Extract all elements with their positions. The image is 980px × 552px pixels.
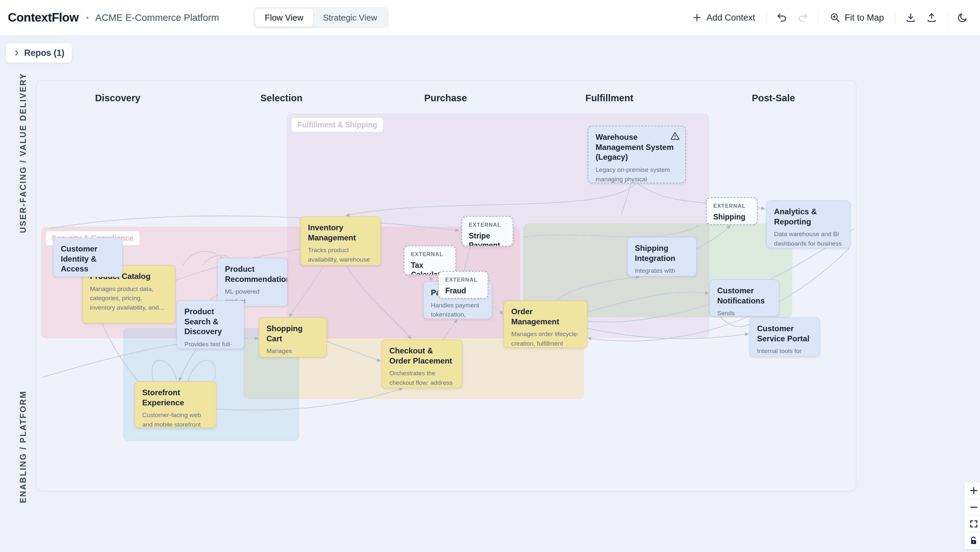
node-analytics-reporting[interactable]: Analytics & ReportingData warehouse and …: [767, 201, 850, 248]
warning-icon: [670, 131, 680, 141]
node-description: Data warehouse and BI dashboards for bus…: [774, 230, 843, 248]
node-order-management[interactable]: Order ManagementManages order lifecycle:…: [504, 300, 587, 348]
node-title: Shopping Cart: [266, 324, 319, 344]
node-title: Customer Identity & Access: [61, 244, 115, 274]
zone-label-fulfillment-shipping: Fulfillment & Shipping: [291, 118, 383, 132]
view-tab-group: Flow ViewStrategic View: [253, 7, 389, 28]
node-title: Shipping Integration: [635, 243, 689, 263]
node-title: Checkout & Order Placement: [389, 346, 455, 366]
node-title: Customer Notifications: [717, 286, 772, 306]
external-badge: EXTERNAL: [445, 277, 481, 283]
node-stripe-payment[interactable]: EXTERNALStripe PaymentExternal payment: [461, 216, 513, 246]
undo-icon: [776, 12, 788, 23]
node-customer-identity-access[interactable]: Customer Identity & AccessManages custom…: [53, 238, 123, 277]
node-shipping-integration[interactable]: Shipping IntegrationIntegrates with carr…: [627, 237, 697, 276]
node-title: Fraud: [445, 286, 481, 296]
node-description: Orchestrates the checkout flow: address …: [389, 369, 455, 388]
plus-icon: [691, 12, 703, 23]
node-description: Tracks product availability, warehouse s…: [308, 246, 373, 266]
zoom-in-button[interactable]: [964, 482, 980, 499]
node-shopping-cart[interactable]: Shopping CartManages ephemeral and persi…: [259, 317, 327, 357]
node-inventory-management[interactable]: Inventory ManagementTracks product avail…: [301, 217, 381, 266]
node-shipping-external[interactable]: EXTERNALShippingExternal shipping: [706, 197, 758, 225]
fullscreen-icon: [969, 519, 978, 528]
lane-label: ENABLING / PLATFORM: [18, 390, 28, 503]
upload-button[interactable]: [923, 9, 940, 27]
node-title: Product Recommendations: [225, 264, 280, 284]
node-product-recommendations[interactable]: Product RecommendationsML-powered produc…: [217, 258, 287, 306]
repos-panel-label: Repos (1): [24, 48, 64, 58]
plus-icon: [969, 486, 978, 495]
node-tax-calculation[interactable]: EXTERNALTax CalculationExternal SaaS for: [404, 246, 456, 275]
node-customer-service-portal[interactable]: Customer Service PortalInternal tools fo…: [749, 317, 820, 357]
lane-label: USER-FACING / VALUE DELIVERY: [18, 73, 28, 233]
theme-toggle-button[interactable]: [954, 9, 972, 27]
toolbar-divider: [947, 10, 947, 25]
node-warehouse-management-system[interactable]: Warehouse Management System (Legacy)Lega…: [588, 126, 686, 183]
repos-panel-toggle[interactable]: Repos (1): [6, 43, 72, 63]
external-badge: EXTERNAL: [469, 222, 506, 228]
download-button[interactable]: [902, 9, 920, 27]
node-description: External fraud: [445, 297, 481, 298]
node-title: Customer Service Portal: [757, 324, 812, 344]
node-title: Order Management: [511, 307, 580, 327]
zoom-search-icon: [830, 12, 841, 23]
node-title: Warehouse Management System (Legacy): [596, 132, 678, 162]
fit-to-map-button[interactable]: Fit to Map: [825, 9, 888, 27]
redo-icon: [797, 12, 808, 23]
node-description: Manages order lifecycle: creation, fulfi…: [511, 330, 580, 348]
upload-icon: [926, 12, 937, 23]
redo-button[interactable]: [794, 9, 811, 27]
node-title: Product Search & Discovery: [185, 307, 237, 337]
node-customer-notifications[interactable]: Customer NotificationsSends transactiona…: [710, 279, 779, 316]
title-separator: •: [86, 13, 89, 23]
node-description: Integrates with carrier APIs (UPS, FedEx…: [635, 266, 689, 276]
add-context-label: Add Context: [706, 13, 755, 23]
node-description: Provides fast full-text search, faceted …: [185, 340, 237, 349]
external-badge: EXTERNAL: [411, 252, 449, 257]
node-description: Manages ephemeral and persistent shoppin…: [266, 347, 319, 357]
column-label-purchase: Purchase: [424, 93, 467, 103]
node-title: Analytics & Reporting: [774, 207, 843, 227]
toggle-interactivity-button[interactable]: [964, 532, 980, 549]
node-title: Inventory Management: [308, 223, 373, 243]
canvas-controls: [964, 482, 980, 549]
zoom-out-button[interactable]: [964, 499, 980, 516]
add-context-button[interactable]: Add Context: [687, 9, 760, 27]
fit-view-button[interactable]: [964, 516, 980, 532]
fit-to-map-label: Fit to Map: [845, 13, 884, 23]
lock-icon: [969, 536, 978, 546]
toolbar-divider: [818, 10, 819, 25]
moon-icon: [957, 12, 968, 23]
column-label-discovery: Discovery: [95, 93, 140, 103]
tab-flow-view[interactable]: Flow View: [255, 9, 313, 27]
node-storefront-experience[interactable]: Storefront ExperienceCustomer-facing web…: [135, 382, 216, 428]
column-label-selection: Selection: [261, 93, 303, 103]
undo-button[interactable]: [773, 9, 791, 27]
node-description: Handles payment tokenization, authorizat…: [431, 301, 484, 319]
node-description: Internal tools for customer service reps…: [757, 347, 812, 357]
node-title: Storefront Experience: [142, 388, 209, 408]
node-description: Manages product data, categories, pricin…: [90, 284, 168, 312]
project-title: ACME E-Commerce Platform: [95, 13, 220, 23]
external-badge: EXTERNAL: [713, 203, 751, 209]
top-toolbar: ContextFlow • ACME E-Commerce Platform F…: [0, 0, 980, 36]
node-description: Legacy on-premise system managing physic…: [596, 165, 678, 183]
node-description: External shipping: [713, 224, 751, 225]
toolbar-actions: Add Context Fit to Map: [687, 0, 972, 35]
minus-icon: [969, 503, 978, 512]
node-title: Shipping: [713, 212, 751, 222]
app-logo: ContextFlow: [8, 11, 78, 24]
toolbar-divider: [766, 10, 767, 25]
node-fraud[interactable]: EXTERNALFraudExternal fraud: [438, 271, 488, 298]
node-product-search-discovery[interactable]: Product Search & DiscoveryProvides fast …: [177, 300, 244, 349]
node-checkout-order-placement[interactable]: Checkout & Order PlacementOrchestrates t…: [382, 340, 462, 388]
node-description: Sends transactional emails, SMS, and pus…: [717, 309, 772, 316]
column-label-post-sale: Post-Sale: [752, 93, 795, 103]
column-label-fulfillment: Fulfillment: [585, 93, 633, 103]
chevron-right-icon: [13, 49, 20, 57]
node-title: Stripe Payment: [469, 231, 506, 246]
download-icon: [905, 12, 916, 23]
node-description: Customer-facing web and mobile storefron…: [142, 411, 209, 428]
tab-strategic-view[interactable]: Strategic View: [313, 9, 387, 27]
